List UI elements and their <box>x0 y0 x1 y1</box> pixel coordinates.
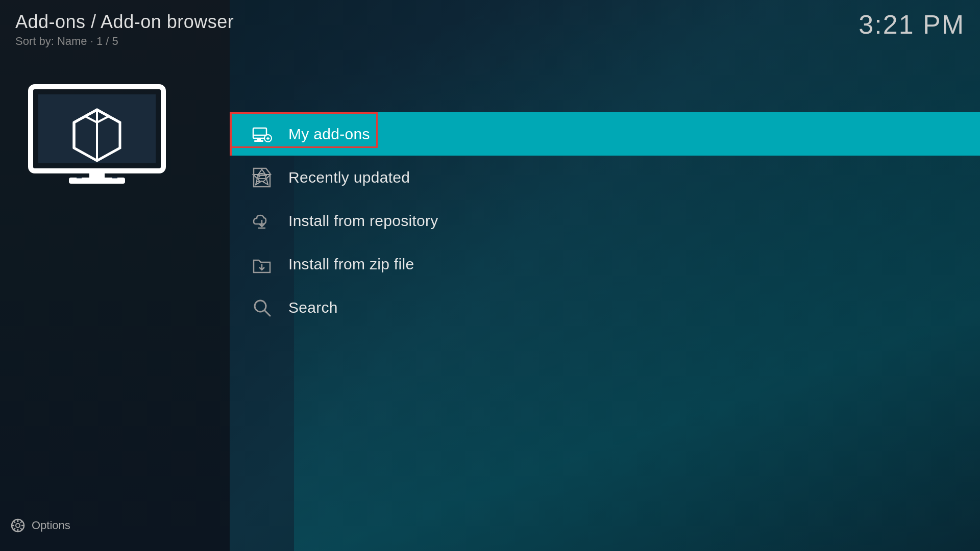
install-from-zip-label: Install from zip file <box>288 256 414 273</box>
install-from-repo-icon <box>250 209 273 232</box>
page-subtitle: Sort by: Name · 1 / 5 <box>15 35 965 48</box>
my-addons-label: My add-ons <box>288 126 370 143</box>
menu-item-install-from-zip[interactable]: Install from zip file <box>230 242 980 286</box>
page-title: Add-ons / Add-on browser <box>15 11 965 33</box>
recently-updated-label: Recently updated <box>288 169 410 186</box>
svg-point-28 <box>16 523 20 528</box>
svg-line-36 <box>14 528 16 530</box>
monitor-icon <box>26 82 168 184</box>
header: Add-ons / Add-on browser Sort by: Name ·… <box>0 0 980 56</box>
menu-item-recently-updated[interactable]: Recently updated <box>230 156 980 199</box>
search-label: Search <box>288 299 338 316</box>
install-from-repo-label: Install from repository <box>288 212 438 230</box>
menu-item-my-addons[interactable]: My add-ons <box>230 112 980 156</box>
addon-icon-area <box>26 82 168 186</box>
install-from-zip-icon <box>250 253 273 276</box>
svg-line-35 <box>20 521 22 523</box>
my-addons-icon <box>250 122 273 145</box>
right-panel: My add-ons Recently updated <box>230 0 980 551</box>
options-icon <box>10 518 26 533</box>
clock: 3:21 PM <box>859 9 965 40</box>
options-label: Options <box>32 519 70 532</box>
options-bar[interactable]: Options <box>0 513 81 538</box>
menu-list: My add-ons Recently updated <box>230 112 980 329</box>
menu-item-search[interactable]: Search <box>230 286 980 329</box>
svg-line-26 <box>264 310 270 316</box>
svg-line-34 <box>20 528 22 530</box>
svg-line-33 <box>14 521 16 523</box>
recently-updated-icon <box>250 166 273 189</box>
svg-rect-6 <box>69 178 125 184</box>
search-icon <box>250 296 273 319</box>
svg-rect-12 <box>254 140 263 142</box>
menu-item-install-from-repo[interactable]: Install from repository <box>230 199 980 242</box>
